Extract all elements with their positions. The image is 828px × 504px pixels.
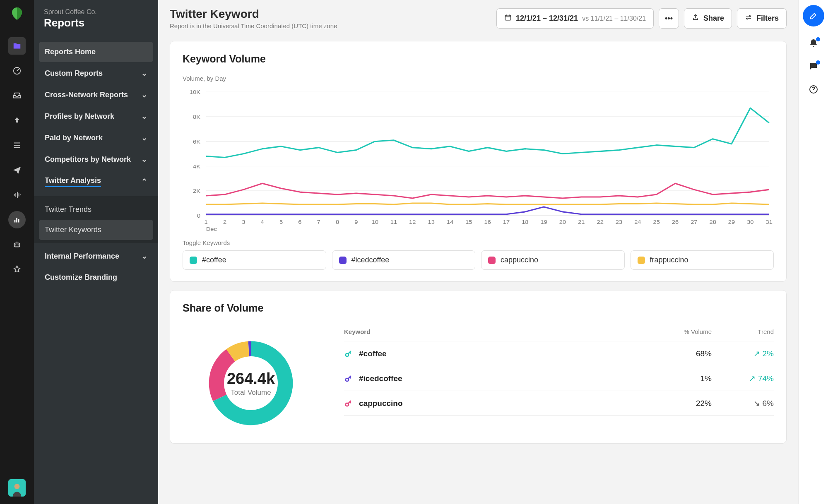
- svg-text:12: 12: [409, 219, 416, 225]
- legend-toggle-2[interactable]: cappuccino: [481, 250, 625, 270]
- svg-point-2: [15, 245, 17, 246]
- help-icon[interactable]: [809, 84, 818, 96]
- svg-text:11: 11: [390, 219, 397, 225]
- keyword-name: cappuccino: [359, 399, 403, 408]
- donut-chart: 264.4k Total Volume: [183, 324, 319, 432]
- sidebar-item-label: Cross-Network Reports: [45, 91, 128, 99]
- compose-button[interactable]: [803, 5, 824, 26]
- color-swatch: [339, 257, 347, 264]
- chevron-up-icon: ⌃: [141, 177, 147, 186]
- feedback-icon[interactable]: [809, 61, 818, 73]
- sidebar-cross-network[interactable]: Cross-Network Reports ⌄: [39, 84, 153, 105]
- nav-list-icon[interactable]: [8, 137, 26, 154]
- nav-bot-icon[interactable]: [8, 236, 26, 253]
- svg-text:10K: 10K: [190, 89, 201, 95]
- share-button[interactable]: Share: [684, 8, 732, 29]
- toggle-keywords-label: Toggle Keywords: [183, 239, 774, 246]
- sidebar-profiles-network[interactable]: Profiles by Network ⌄: [39, 106, 153, 127]
- sidebar-paid-network[interactable]: Paid by Network ⌄: [39, 127, 153, 148]
- svg-text:28: 28: [709, 219, 716, 225]
- filters-button[interactable]: Filters: [737, 8, 787, 29]
- trend-arrow-icon: ↗: [749, 374, 756, 383]
- nav-folder-icon[interactable]: [8, 37, 26, 55]
- timezone-note: Report is in the Universal Time Coordina…: [170, 22, 496, 29]
- nav-dashboard-icon[interactable]: [8, 62, 26, 79]
- legend-toggle-3[interactable]: frappuccino: [631, 250, 774, 270]
- svg-point-7: [746, 18, 748, 19]
- sidebar-twitter-analysis[interactable]: Twitter Analysis ⌃: [39, 170, 153, 193]
- sidebar-customize-branding[interactable]: Customize Branding: [39, 267, 153, 288]
- svg-text:3: 3: [242, 219, 245, 225]
- notifications-icon[interactable]: [809, 38, 818, 50]
- key-icon: [344, 399, 353, 408]
- sidebar-subgroup: Twitter Trends Twitter Keywords: [34, 196, 158, 243]
- svg-text:2K: 2K: [193, 188, 201, 194]
- sidebar-custom-reports[interactable]: Custom Reports ⌄: [39, 63, 153, 84]
- svg-text:6: 6: [298, 219, 301, 225]
- legend-toggle-1[interactable]: #icedcoffee: [332, 250, 476, 270]
- svg-text:17: 17: [503, 219, 510, 225]
- sidebar-reports-home[interactable]: Reports Home: [39, 42, 153, 62]
- nav-inbox-icon[interactable]: [8, 87, 26, 104]
- nav-audio-icon[interactable]: [8, 186, 26, 204]
- sidebar-item-label: Internal Performance: [45, 252, 119, 261]
- sprout-logo-icon: [8, 5, 26, 22]
- svg-text:8K: 8K: [193, 114, 201, 120]
- volume-percent: 22%: [645, 399, 712, 408]
- volume-line-chart: 02K4K6K8K10K1234567891011121314151617181…: [183, 88, 774, 233]
- filters-label: Filters: [756, 14, 779, 23]
- date-range-picker[interactable]: 12/1/21 – 12/31/21 vs 11/1/21 – 11/30/21: [496, 8, 654, 29]
- legend-label: #coffee: [202, 256, 226, 264]
- chevron-down-icon: ⌄: [141, 252, 147, 261]
- svg-text:0: 0: [197, 213, 200, 219]
- color-swatch: [190, 257, 197, 264]
- share-icon: [692, 14, 699, 23]
- nav-reports-icon[interactable]: [8, 211, 26, 228]
- svg-text:19: 19: [540, 219, 547, 225]
- sidebar-item-label: Twitter Analysis: [45, 176, 101, 187]
- sidebar-sub-twitter-trends[interactable]: Twitter Trends: [39, 199, 153, 220]
- svg-point-6: [749, 16, 750, 17]
- svg-text:14: 14: [447, 219, 454, 225]
- volume-percent: 68%: [645, 349, 712, 358]
- col-header-keyword: Keyword: [344, 328, 645, 335]
- nav-pin-icon[interactable]: [8, 112, 26, 129]
- more-button[interactable]: •••: [659, 8, 679, 29]
- svg-text:8: 8: [336, 219, 339, 225]
- svg-text:25: 25: [653, 219, 660, 225]
- page-title: Twitter Keyword: [170, 7, 496, 21]
- svg-text:4K: 4K: [193, 163, 201, 169]
- table-row: #icedcoffee1%↗ 74%: [344, 366, 774, 391]
- svg-text:5: 5: [279, 219, 283, 225]
- sidebar-item-label: Custom Reports: [45, 69, 103, 78]
- total-volume-value: 264.4k: [227, 370, 275, 388]
- key-icon: [344, 349, 353, 358]
- svg-text:10: 10: [371, 219, 378, 225]
- section-title: Reports: [44, 17, 148, 29]
- svg-rect-1: [14, 243, 20, 247]
- color-swatch: [488, 257, 496, 264]
- sidebar-competitors-network[interactable]: Competitors by Network ⌄: [39, 149, 153, 170]
- sidebar-item-label: Paid by Network: [45, 134, 103, 142]
- legend-label: cappuccino: [501, 256, 538, 264]
- svg-text:23: 23: [616, 219, 623, 225]
- legend-label: #icedcoffee: [351, 256, 390, 264]
- nav-star-icon[interactable]: [8, 261, 26, 278]
- main-content: Twitter Keyword Report is in the Univers…: [158, 0, 798, 504]
- trend-value: ↘ 6%: [712, 398, 774, 408]
- svg-text:7: 7: [317, 219, 320, 225]
- app-rail: [0, 0, 34, 504]
- sidebar: Sprout Coffee Co. Reports Reports Home C…: [34, 0, 158, 504]
- sidebar-item-label: Profiles by Network: [45, 112, 114, 121]
- sidebar-internal-performance[interactable]: Internal Performance ⌄: [39, 246, 153, 266]
- date-compare-value: vs 11/1/21 – 11/30/21: [582, 15, 646, 22]
- legend-toggle-0[interactable]: #coffee: [183, 250, 326, 270]
- trend-arrow-icon: ↘: [753, 398, 760, 408]
- keyword-name: #coffee: [359, 349, 387, 358]
- svg-text:20: 20: [559, 219, 566, 225]
- nav-send-icon[interactable]: [8, 161, 26, 179]
- svg-point-54: [346, 403, 349, 406]
- sidebar-sub-twitter-keywords[interactable]: Twitter Keywords: [39, 220, 153, 240]
- keyword-volume-card: Keyword Volume Volume, by Day 02K4K6K8K1…: [170, 41, 787, 282]
- user-avatar[interactable]: [8, 479, 26, 497]
